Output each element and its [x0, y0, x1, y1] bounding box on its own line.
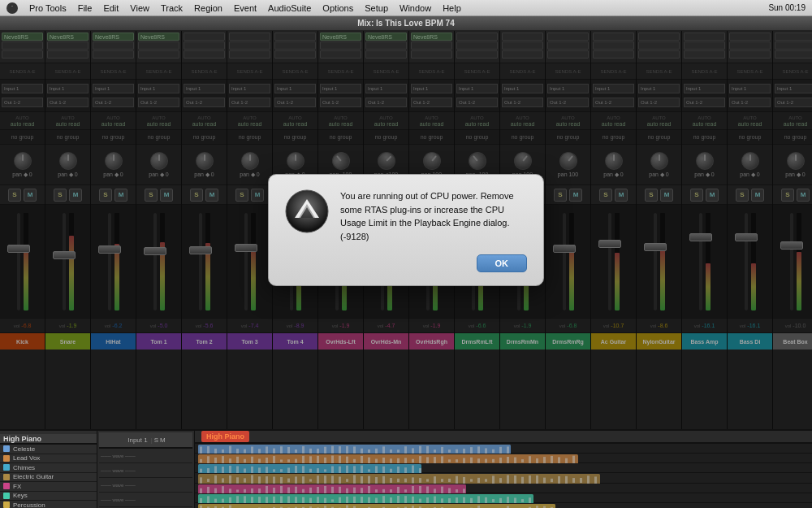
- svg-rect-261: [302, 488, 304, 493]
- svg-rect-151: [390, 469, 392, 473]
- clock-display: Sun 00:19: [768, 3, 806, 12]
- svg-rect-16: [295, 449, 297, 453]
- menu-track[interactable]: Track: [161, 3, 183, 13]
- svg-rect-68: [229, 458, 231, 463]
- track-block[interactable]: [198, 504, 555, 508]
- menu-setup[interactable]: Setup: [365, 3, 388, 13]
- svg-rect-88: [375, 459, 378, 463]
- svg-rect-326: [331, 499, 334, 501]
- menu-edit[interactable]: Edit: [103, 3, 119, 13]
- menu-view[interactable]: View: [130, 3, 149, 13]
- svg-rect-234: [551, 479, 553, 482]
- menu-region[interactable]: Region: [194, 3, 222, 13]
- svg-rect-273: [390, 489, 392, 493]
- apple-menu[interactable]: [6, 2, 18, 14]
- track-name: FX: [13, 483, 21, 490]
- edit-track-percussion[interactable]: Percussion: [0, 501, 97, 508]
- dialog-buttons: OK: [285, 254, 527, 272]
- svg-rect-227: [499, 479, 502, 484]
- svg-rect-187: [207, 479, 209, 482]
- menubar-right: Sun 00:19: [768, 3, 806, 12]
- svg-rect-141: [317, 468, 319, 473]
- track-name: Lead Vox: [13, 454, 40, 462]
- track-name: Percussion: [13, 501, 45, 508]
- svg-rect-64: [200, 459, 202, 462]
- menu-window[interactable]: Window: [400, 3, 431, 13]
- svg-rect-282: [456, 489, 458, 493]
- svg-rect-212: [390, 478, 392, 483]
- svg-rect-238: [580, 478, 582, 483]
- track-color: [3, 483, 10, 489]
- svg-rect-220: [448, 479, 451, 482]
- edit-track-fx[interactable]: FX: [0, 482, 97, 491]
- edit-track-lane: [195, 493, 812, 503]
- svg-rect-26: [368, 449, 370, 453]
- cpu-warning-dialog: You are running out of CPU power. Remove…: [268, 174, 544, 286]
- svg-rect-255: [258, 488, 261, 493]
- edit-track-lead-vox[interactable]: Lead Vox: [0, 454, 97, 463]
- svg-rect-223: [470, 480, 473, 482]
- edit-track-lane: [195, 484, 812, 493]
- svg-rect-198: [287, 479, 290, 483]
- edit-controls: Input 1 | S M ─── wave ────── wave ─────…: [97, 431, 195, 508]
- svg-rect-272: [382, 488, 385, 492]
- edit-sidebar: High Piano Celeste Lead Vox Chimes Elect…: [0, 431, 97, 508]
- svg-rect-237: [572, 478, 575, 483]
- menu-event[interactable]: Event: [234, 3, 257, 13]
- edit-section: High Piano Celeste Lead Vox Chimes Elect…: [0, 429, 812, 508]
- edit-track-ctrl: ─── wave ───: [99, 449, 192, 463]
- svg-rect-30: [397, 449, 400, 452]
- svg-rect-216: [419, 479, 421, 484]
- svg-rect-98: [448, 459, 451, 462]
- edit-track-ctrl: ─── wave ───: [99, 493, 192, 507]
- edit-section-title: High Piano: [0, 434, 97, 445]
- svg-rect-93: [412, 459, 414, 463]
- dialog-ok-button[interactable]: OK: [477, 254, 528, 272]
- edit-main-header: High Piano: [195, 431, 812, 444]
- svg-rect-6: [222, 449, 224, 453]
- menu-options[interactable]: Options: [322, 3, 353, 13]
- edit-track-lane: [195, 473, 812, 483]
- svg-rect-148: [368, 470, 370, 472]
- mixer: Neve8RS SENDS A-E Input 1 Out 1-2 AUTO a…: [0, 31, 812, 429]
- svg-rect-219: [441, 480, 443, 483]
- svg-rect-279: [434, 488, 436, 493]
- svg-rect-352: [521, 499, 524, 502]
- track-name: Keys: [13, 492, 28, 499]
- svg-rect-140: [309, 469, 312, 473]
- svg-rect-192: [244, 479, 246, 483]
- svg-rect-43: [492, 449, 495, 453]
- svg-rect-283: [463, 488, 465, 493]
- window-title: Mix: Is This Love BPM 74: [357, 19, 454, 28]
- svg-rect-37: [448, 449, 451, 453]
- edit-track-keys[interactable]: Keys: [0, 492, 97, 501]
- svg-rect-142: [324, 470, 326, 472]
- menu-help[interactable]: Help: [443, 3, 461, 13]
- edit-track-celeste[interactable]: Celeste: [0, 445, 97, 454]
- svg-rect-76: [287, 459, 290, 462]
- svg-rect-342: [448, 498, 451, 503]
- edit-track-electric-guitar[interactable]: Electric Guitar: [0, 473, 97, 482]
- svg-rect-310: [214, 498, 217, 502]
- edit-track-chimes[interactable]: Chimes: [0, 463, 97, 472]
- track-color: [3, 501, 10, 508]
- menu-file[interactable]: File: [78, 3, 93, 13]
- svg-rect-77: [295, 459, 297, 463]
- edit-track-lane: [195, 454, 812, 463]
- svg-rect-252: [236, 489, 239, 492]
- svg-rect-29: [390, 449, 392, 453]
- menubar: Pro Tools File Edit View Track Region Ev…: [0, 0, 812, 16]
- svg-rect-217: [426, 480, 429, 482]
- svg-rect-214: [404, 479, 407, 483]
- protools-icon: [285, 189, 329, 233]
- svg-rect-70: [244, 459, 246, 462]
- svg-rect-72: [258, 459, 261, 463]
- svg-rect-8: [236, 449, 239, 454]
- svg-rect-85: [353, 459, 356, 462]
- edit-track-lane: [195, 444, 812, 454]
- menu-audiosuite[interactable]: AudioSuite: [268, 3, 311, 13]
- svg-rect-136: [280, 469, 283, 472]
- svg-rect-389: [346, 505, 348, 508]
- svg-rect-225: [485, 480, 487, 482]
- menu-protools[interactable]: Pro Tools: [29, 3, 67, 13]
